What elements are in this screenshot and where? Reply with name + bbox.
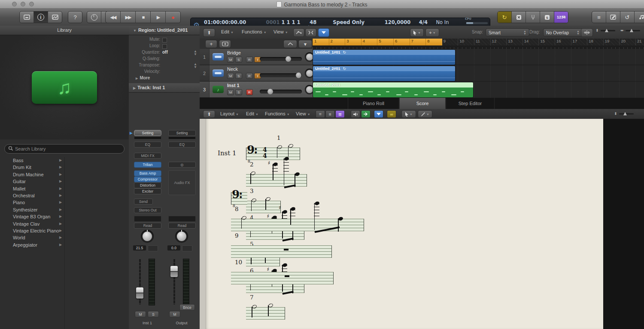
filter-tracks-button[interactable] [318,28,329,37]
tracks-edit-menu[interactable]: Edit▼ [221,29,234,34]
strip-audiofx2-button[interactable]: Compressor [134,176,161,182]
pan-knob[interactable] [141,230,154,243]
loop-checkbox[interactable] [162,44,167,49]
cycle-button[interactable]: ↻ [498,12,512,23]
midi-out-button[interactable] [351,110,360,118]
tuner-button[interactable] [526,12,540,23]
output-group-field[interactable] [168,216,196,222]
marquee-zoom-button[interactable] [581,28,593,37]
output-stereo-button[interactable]: ◎ [168,162,196,168]
score-pointer-tool-menu[interactable]: ▼ [401,110,416,118]
slider-thumb[interactable] [296,72,301,78]
note-pads-button[interactable] [606,12,620,23]
forward-button[interactable]: ▶▶ [121,12,136,23]
score-view-menu[interactable]: View▼ [296,111,310,116]
strip-instrument-button[interactable]: Trilian [134,162,161,168]
region-more-disclosure[interactable]: ▶More [129,75,200,82]
track-name[interactable]: Inst 1 [227,83,240,88]
score-edit-menu[interactable]: Edit▼ [246,111,258,116]
wrapped-view-button[interactable]: ≡ [325,110,335,118]
track-name[interactable]: Neck [227,66,238,72]
measure-10[interactable]: 10 [231,272,334,284]
page-view-button[interactable]: ≣ [335,110,345,118]
library-item-mallet[interactable]: Mallet▶ [0,185,129,192]
track-mute-button[interactable]: M [227,57,234,63]
track-header-bridge[interactable]: 1 Bridge M S R I [200,49,313,65]
library-item-synthesizer[interactable]: Synthesizer▶ [0,206,129,213]
half-note[interactable] [277,145,283,150]
ruler-bar-15[interactable]: 15 [538,39,555,45]
snap-dropdown[interactable]: Smart▲▼ [486,28,529,36]
track-volume-slider[interactable] [260,73,302,77]
rewind-button[interactable]: ◀◀ [106,12,121,23]
score-layout-menu[interactable]: Layout▼ [220,111,239,116]
region-param-qswing[interactable]: Q-Swing: [129,56,200,63]
toolbar-overflow-chevron[interactable]: » [562,13,566,20]
output-setting-button[interactable]: Setting [168,130,196,136]
library-item-guitar[interactable]: Guitar▶ [0,178,129,185]
ruler-bar-10[interactable]: 10 [458,39,474,45]
strip-midifx-button[interactable]: MIDI FX [134,153,161,159]
catch-playhead-button[interactable] [361,110,371,118]
ruler-bar-12[interactable]: 12 [490,39,507,45]
output-automation-button[interactable]: Read [168,223,196,229]
strip-mute-button[interactable]: M [135,311,146,317]
ruler-bar-4[interactable]: 4 [361,39,378,45]
measure-7[interactable]: 7 [246,307,285,320]
track-header-inst1[interactable]: 3 ♪ Inst 1 M S R [200,81,313,98]
zoom-slider-track[interactable] [619,113,634,115]
stepper-icon[interactable]: ▲▼ [194,50,197,56]
quick-help-button[interactable] [48,12,62,23]
help-button[interactable]: ? [68,12,82,23]
count-in-button[interactable]: 1234 [554,12,568,23]
add-track-button[interactable]: + [205,40,217,48]
track-mute-button[interactable]: M [227,73,234,79]
library-item-arpeggiator[interactable]: Arpeggiator▶ [0,241,129,248]
ruler-bar-7[interactable]: 7 [410,39,426,45]
library-item-orchestral[interactable]: Orchestral▶ [0,192,129,199]
track-mute-button[interactable]: M [227,89,234,95]
bounce-button[interactable]: Bnce [179,304,195,311]
drag-dropdown[interactable]: No Overlap▲▼ [543,28,583,36]
staff-instrument-label[interactable]: Inst 1 [218,149,237,157]
region-param-transpose[interactable]: Transpose:▲▼ [129,63,200,69]
smart-controls-button[interactable] [87,12,101,23]
track-record-button[interactable]: R [246,57,253,63]
flatten-stack-button[interactable] [283,40,297,48]
track-volume-slider[interactable] [260,57,302,61]
output-audiofx-slot[interactable]: Audio FX [168,170,196,195]
pan-value[interactable]: 21.5 [133,245,146,251]
solo-mode-button[interactable]: S [540,12,554,23]
library-item-vintage-ep[interactable]: Vintage Electric Piano▶ [0,227,129,234]
flex-button[interactable] [305,28,316,37]
list-editors-button[interactable]: ≡ [592,12,606,23]
strip-group-field[interactable] [134,216,161,222]
output-pan-knob[interactable] [175,230,188,243]
library-item-vintage-b3[interactable]: Vintage B3 Organ▶ [0,213,129,220]
tab-step-editor[interactable]: Step Editor [446,98,495,109]
region-param-mute[interactable]: Mute: [129,37,200,43]
measure-8[interactable]: 8♯ [231,219,364,231]
strip-solo-button[interactable]: S [148,311,159,317]
strip-audiofx4-button[interactable]: Exciter [134,188,161,194]
score-back-button[interactable]: ⬆ [203,110,215,118]
ruler-bar-20[interactable]: 20 [619,39,636,45]
track-header-neck[interactable]: 2 Neck M S R I [200,65,313,81]
score-pencil-tool-menu[interactable]: ▼ [418,110,432,118]
stepper-icon[interactable]: ▲▼ [194,63,197,69]
strip-audiofx1-button[interactable]: Bass Amp [134,170,161,176]
strip-setting-button[interactable]: Setting [134,130,161,136]
autopunch-button[interactable] [512,12,526,23]
slider-thumb[interactable] [286,56,291,62]
automation-button[interactable] [293,28,304,37]
ruler-bar-14[interactable]: 14 [522,39,539,45]
link-button[interactable]: ∞ [387,110,396,118]
mute-checkbox[interactable] [162,38,167,42]
region-untitled2-inst1[interactable]: Untitled_2#01 [313,82,474,98]
ruler-bar-11[interactable]: 11 [474,39,491,45]
ruler-bar-2[interactable]: 2 [329,39,346,45]
slider-thumb[interactable] [267,89,273,94]
output-mute-button[interactable]: M [169,311,180,317]
ruler-bar-6[interactable]: 6 [393,39,410,45]
strip-audiofx3-button[interactable]: Distortion [134,182,161,188]
